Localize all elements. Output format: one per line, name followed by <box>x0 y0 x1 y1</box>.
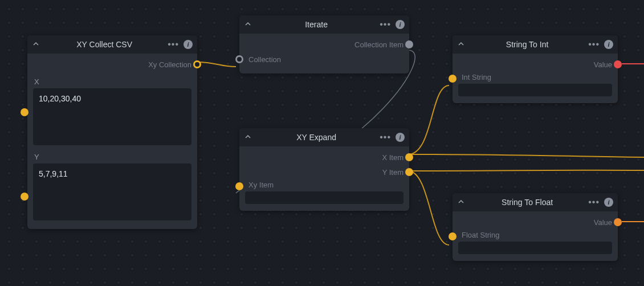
node-string-to-float[interactable]: String To Float ••• i Value Float String <box>453 193 618 261</box>
node-header[interactable]: String To Int ••• i <box>453 35 618 54</box>
port-row-collection: Collection <box>245 52 403 67</box>
port-row-value: Value <box>458 57 612 72</box>
info-icon[interactable]: i <box>396 133 405 142</box>
menu-icon[interactable]: ••• <box>168 39 179 50</box>
node-title: XY Collect CSV <box>46 40 163 49</box>
info-icon[interactable]: i <box>184 40 193 49</box>
collapse-icon[interactable] <box>243 19 253 30</box>
node-header[interactable]: XY Collect CSV ••• i <box>27 35 197 54</box>
collapse-icon[interactable] <box>243 132 253 142</box>
port-label: X Item <box>382 153 403 162</box>
node-xy-expand[interactable]: XY Expand ••• i X Item Y Item Xy Item <box>239 128 409 211</box>
port-row-int-string: Int String <box>458 72 612 96</box>
menu-icon[interactable]: ••• <box>380 19 391 30</box>
node-title: String To Float <box>471 198 584 207</box>
port-row-float-string: Float String <box>458 230 612 254</box>
input-int-string[interactable] <box>458 84 612 96</box>
port-label: Value <box>594 60 612 69</box>
port-label: Value <box>594 218 612 227</box>
port-row-x-item: X Item <box>245 150 403 165</box>
port-in-collection[interactable] <box>235 55 243 63</box>
field-label-y: Y <box>34 153 191 161</box>
port-in-float-string[interactable] <box>449 232 456 240</box>
port-label: Collection Item <box>354 40 403 49</box>
info-icon[interactable]: i <box>604 40 613 49</box>
node-title: Iterate <box>258 20 375 29</box>
node-body: X Item Y Item Xy Item <box>239 146 409 211</box>
node-header[interactable]: String To Float ••• i <box>453 193 618 211</box>
node-string-to-int[interactable]: String To Int ••• i Value Int String <box>453 35 618 103</box>
menu-icon[interactable]: ••• <box>588 39 600 50</box>
collapse-icon[interactable] <box>456 197 466 207</box>
node-body: Value Float String <box>453 211 618 261</box>
field-label-x: X <box>34 77 191 86</box>
info-icon[interactable]: i <box>396 20 405 29</box>
input-float-string[interactable] <box>458 242 612 254</box>
port-row-collection-item: Collection Item <box>245 37 403 52</box>
port-row-value: Value <box>458 215 612 230</box>
port-label: Float String <box>462 231 499 239</box>
port-label: Xy Item <box>248 181 274 189</box>
port-external-y[interactable] <box>21 193 28 201</box>
menu-icon[interactable]: ••• <box>588 197 600 207</box>
port-out-y-item[interactable] <box>405 168 413 176</box>
port-in-int-string[interactable] <box>449 75 456 83</box>
node-header[interactable]: Iterate ••• i <box>239 15 409 34</box>
port-label: Xy Collection <box>148 60 191 69</box>
port-out-value[interactable] <box>614 60 622 68</box>
port-out-x-item[interactable] <box>405 153 413 161</box>
input-y[interactable] <box>33 164 191 220</box>
port-row-xy-collection: Xy Collection <box>33 57 191 72</box>
node-header[interactable]: XY Expand ••• i <box>239 128 409 146</box>
port-label: Int String <box>462 73 491 81</box>
port-label: Y Item <box>382 168 403 177</box>
node-title: XY Expand <box>258 133 375 142</box>
input-x[interactable] <box>33 88 191 145</box>
port-external-x[interactable] <box>21 108 28 116</box>
node-title: String To Int <box>471 40 584 49</box>
port-out-collection-item[interactable] <box>405 40 413 48</box>
port-row-y-item: Y Item <box>245 165 403 179</box>
node-xy-collect-csv[interactable]: XY Collect CSV ••• i Xy Collection X Y <box>27 35 197 229</box>
collapse-icon[interactable] <box>456 39 466 50</box>
port-label: Collection <box>248 55 281 64</box>
port-out-value[interactable] <box>614 218 622 226</box>
node-iterate[interactable]: Iterate ••• i Collection Item Collection <box>239 15 409 73</box>
port-in-xy-item[interactable] <box>235 182 243 190</box>
port-out-xy-collection[interactable] <box>193 60 201 68</box>
node-body: Collection Item Collection <box>239 34 409 73</box>
node-body: Value Int String <box>453 54 618 103</box>
port-row-xy-item: Xy Item <box>245 179 403 204</box>
menu-icon[interactable]: ••• <box>380 132 391 142</box>
input-xy-item[interactable] <box>245 191 403 204</box>
node-body: Xy Collection X Y <box>27 54 197 229</box>
collapse-icon[interactable] <box>31 39 41 50</box>
info-icon[interactable]: i <box>604 198 613 207</box>
